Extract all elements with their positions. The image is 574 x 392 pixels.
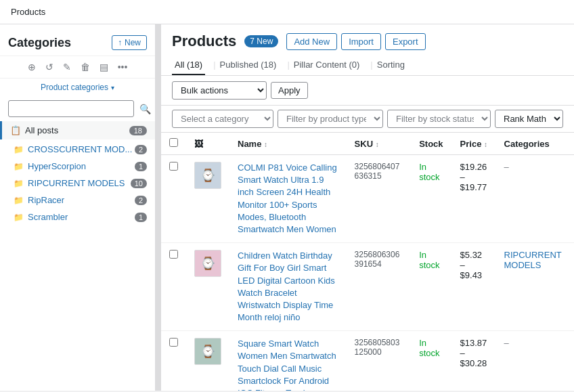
products-table-wrapper: 🖼 Name ↕ SKU ↕ Stock Price ↕ Categories … <box>161 133 574 391</box>
edit-icon[interactable]: ✎ <box>60 60 74 74</box>
tab-published[interactable]: Published (18) <box>217 56 280 75</box>
category-count-badge: 2 <box>135 145 147 154</box>
refresh-icon[interactable]: ↺ <box>43 60 56 74</box>
new-icon: ↑ <box>118 38 122 47</box>
sidebar: Categories ↑ New ⊕ ↺ ✎ 🗑 ▤ ••• Product c… <box>0 24 156 391</box>
filter-row: Select a category Filter by product type… <box>161 106 574 133</box>
view-icon[interactable]: ▤ <box>97 60 111 74</box>
page-title: Products <box>172 32 236 50</box>
main-content: Products 7 New Add New Import Export All… <box>161 24 574 391</box>
product-price-0: $19.26 – $19.77 <box>452 155 496 243</box>
name-sort-icon: ↕ <box>264 141 267 148</box>
new-category-button[interactable]: ↑ New <box>112 35 147 50</box>
table-row: ⌚ Square Smart Watch Women Men Smartwatc… <box>161 331 574 391</box>
product-sku-1: 3256806306 391654 <box>347 243 412 331</box>
tab-all[interactable]: All (18) <box>172 56 205 75</box>
add-icon[interactable]: ⊕ <box>25 60 39 74</box>
product-price-2: $13.87 – $30.28 <box>452 331 496 391</box>
list-item[interactable]: 📁 HyperScorpion 1 <box>0 158 155 175</box>
category-filter-select[interactable]: Select a category <box>172 110 273 128</box>
product-name-0[interactable]: COLMI P81 Voice Calling Smart Watch Ultr… <box>238 162 337 234</box>
list-item[interactable]: 📁 Scrambler 1 <box>0 209 155 225</box>
product-sku-0: 3256806407 636315 <box>347 155 412 243</box>
product-name-1[interactable]: Children Watch Birthday Gift For Boy Gir… <box>238 251 335 322</box>
product-type-filter-select[interactable]: Filter by product type <box>278 110 383 128</box>
product-categories-link[interactable]: Product categories ▾ <box>0 79 155 96</box>
rank-math-select[interactable]: Rank Math <box>495 110 563 128</box>
categories-column-header: Categories <box>496 133 574 155</box>
delete-icon[interactable]: 🗑 <box>78 60 93 74</box>
table-row: ⌚ COLMI P81 Voice Calling Smart Watch Ul… <box>161 155 574 243</box>
category-count-badge: 10 <box>131 179 147 188</box>
product-sku-2: 3256805803 125000 <box>347 331 412 391</box>
product-image-2: ⌚ <box>194 338 221 365</box>
stock-column-header: Stock <box>411 133 451 155</box>
app-bar-title: Products <box>11 7 45 17</box>
import-button[interactable]: Import <box>341 33 381 50</box>
sidebar-resize-handle[interactable] <box>156 24 161 391</box>
sku-sort-icon: ↕ <box>376 141 379 148</box>
product-image-1: ⌚ <box>194 250 221 277</box>
new-posts-badge: 7 New <box>244 35 278 47</box>
list-item[interactable]: 📁 CROSSCURRENT MOD... 2 <box>0 141 155 158</box>
product-stock-0: In stock <box>419 162 439 182</box>
price-column-header[interactable]: Price ↕ <box>452 133 496 155</box>
product-stock-2: In stock <box>419 338 439 358</box>
select-all-checkbox[interactable] <box>169 138 178 147</box>
row-checkbox-1[interactable] <box>169 250 178 259</box>
all-posts-count-badge: 18 <box>129 126 147 135</box>
folder-icon: 📁 <box>14 196 24 205</box>
folder-icon: 📁 <box>14 213 24 222</box>
all-posts-label: All posts <box>25 125 58 135</box>
product-name-2[interactable]: Square Smart Watch Women Men Smartwatch … <box>238 339 336 391</box>
products-table: 🖼 Name ↕ SKU ↕ Stock Price ↕ Categories … <box>161 133 574 391</box>
chevron-down-icon: ▾ <box>111 84 114 91</box>
list-item[interactable]: 📁 RipRacer 2 <box>0 192 155 209</box>
app-bar: Products <box>0 0 574 24</box>
row-checkbox-0[interactable] <box>169 162 178 171</box>
row-checkbox-2[interactable] <box>169 338 178 347</box>
category-search-input[interactable] <box>8 100 134 117</box>
table-row: ⌚ Children Watch Birthday Gift For Boy G… <box>161 243 574 331</box>
price-sort-icon: ↕ <box>484 141 487 148</box>
image-column-header: 🖼 <box>186 133 229 155</box>
stock-status-filter-select[interactable]: Filter by stock status <box>387 110 491 128</box>
more-icon[interactable]: ••• <box>115 60 131 74</box>
category-count-badge: 1 <box>135 162 147 171</box>
product-price-1: $5.32 – $9.43 <box>452 243 496 331</box>
filter-bar: Bulk actions Apply <box>161 76 574 106</box>
product-stock-1: In stock <box>419 250 439 270</box>
tab-pillar-content[interactable]: Pillar Content (0) <box>291 56 363 75</box>
all-posts-row[interactable]: 📋 All posts 18 <box>0 121 155 139</box>
category-search-button[interactable]: 🔍 <box>137 101 154 117</box>
content-tabs: All (18) | Published (18) | Pillar Conte… <box>172 56 563 75</box>
tab-sorting[interactable]: Sorting <box>374 56 407 75</box>
list-item[interactable]: 📁 RIPCURRENT MODELS 10 <box>0 175 155 192</box>
product-categories-1[interactable]: RIPCURRENT MODELS <box>496 243 574 331</box>
sidebar-toolbar: ⊕ ↺ ✎ 🗑 ▤ ••• <box>0 56 155 79</box>
bulk-actions-select[interactable]: Bulk actions <box>172 81 267 100</box>
add-new-button[interactable]: Add New <box>286 33 337 50</box>
folder-icon: 📁 <box>14 179 24 188</box>
sidebar-title: Categories <box>8 36 71 50</box>
apply-button[interactable]: Apply <box>271 82 308 99</box>
category-list: 📁 CROSSCURRENT MOD... 2 📁 HyperScorpion … <box>0 141 155 225</box>
category-count-badge: 1 <box>135 213 147 222</box>
folder-icon: 📁 <box>14 162 24 171</box>
category-count-badge: 2 <box>135 196 147 205</box>
product-categories-2: – <box>496 331 574 391</box>
product-categories-0: – <box>496 155 574 243</box>
sku-column-header[interactable]: SKU ↕ <box>347 133 412 155</box>
name-column-header[interactable]: Name ↕ <box>229 133 347 155</box>
folder-icon: 📁 <box>14 145 24 154</box>
export-button[interactable]: Export <box>385 33 426 50</box>
product-image-0: ⌚ <box>194 162 221 189</box>
all-posts-icon: 📋 <box>10 125 21 135</box>
